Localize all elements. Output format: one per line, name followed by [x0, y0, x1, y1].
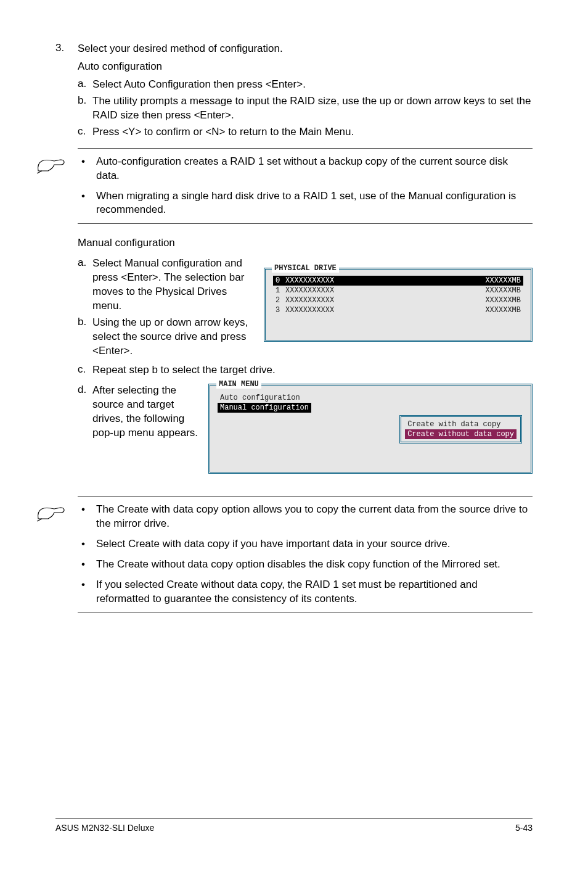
letter-c: c.: [78, 363, 92, 377]
letter-b: b.: [78, 316, 92, 358]
drive-row-2: 2 XXXXXXXXXXX XXXXXXMB: [273, 295, 523, 305]
hand-pointer-icon: [36, 500, 67, 522]
letter-b: b.: [78, 94, 92, 123]
submenu-without-copy: Create without data copy: [405, 429, 517, 439]
footer-left: ASUS M2N32-SLI Deluxe: [55, 823, 154, 833]
auto-c-text: Press <Y> to confirm or <N> to return to…: [92, 125, 354, 139]
drive-row-1: 1 XXXXXXXXXXX XXXXXXMB: [273, 286, 523, 295]
note-box-1: • Auto-configuration creates a RAID 1 se…: [78, 148, 533, 225]
manual-item-b: b. Using the up or down arrow keys, sele…: [78, 316, 256, 358]
note2-text-4: If you selected Create without data copy…: [96, 578, 529, 606]
note2-text-2: Select Create with data copy if you have…: [96, 537, 451, 551]
bullet-dot: •: [81, 189, 96, 218]
auto-item-c: c. Press <Y> to confirm or <N> to return…: [78, 125, 533, 139]
manual-item-d: d. After selecting the source and target…: [78, 384, 201, 440]
auto-item-a: a. Select Auto Configuration then press …: [78, 78, 533, 92]
manual-c-text: Repeat step b to select the target drive…: [92, 363, 276, 377]
submenu-with-copy: Create with data copy: [405, 419, 517, 429]
bullet-dot: •: [81, 503, 96, 531]
note2-text-3: The Create without data copy option disa…: [96, 558, 500, 572]
step-number: 3.: [55, 42, 78, 74]
auto-b-text: The utility prompts a message to input t…: [92, 94, 533, 123]
manual-heading: Manual configuration: [78, 236, 533, 250]
manual-d-text: After selecting the source and target dr…: [92, 384, 201, 440]
manual-b-text: Using the up or down arrow keys, select …: [92, 316, 256, 358]
manual-item-c: c. Repeat step b to select the target dr…: [78, 363, 533, 377]
page-footer: ASUS M2N32-SLI Deluxe 5-43: [55, 819, 533, 833]
auto-item-b: b. The utility prompts a message to inpu…: [78, 94, 533, 123]
footer-right: 5-43: [515, 823, 533, 833]
note2-bullet-4: • If you selected Create without data co…: [81, 578, 529, 606]
submenu: Create with data copy Create without dat…: [399, 415, 522, 444]
letter-c: c.: [78, 125, 92, 139]
note-box-2: • The Create with data copy option allow…: [78, 496, 533, 613]
drive-row-0: 0 XXXXXXXXXXX XXXXXXMB: [273, 276, 523, 286]
bullet-dot: •: [81, 155, 96, 183]
drive-row-3: 3 XXXXXXXXXXX XXXXXXMB: [273, 305, 523, 315]
main-menu-panel: MAIN MENU Auto configuration Manual conf…: [208, 384, 533, 474]
hand-pointer-icon: [36, 152, 67, 175]
auto-config-label: Auto configuration: [78, 60, 283, 74]
manual-a-text: Select Manual configuration and press <E…: [92, 257, 256, 313]
note1-bullet-1: • Auto-configuration creates a RAID 1 se…: [81, 155, 529, 183]
note1-text-1: Auto-configuration creates a RAID 1 set …: [96, 155, 529, 183]
step-main-text: Select your desired method of configurat…: [78, 42, 283, 56]
step-3-line: 3. Select your desired method of configu…: [55, 42, 533, 74]
manual-item-a: a. Select Manual configuration and press…: [78, 257, 256, 313]
note1-bullet-2: • When migrating a single hard disk driv…: [81, 189, 529, 218]
menu-manual-config: Manual configuration: [218, 403, 311, 413]
auto-a-text: Select Auto Configuration then press <En…: [92, 78, 306, 92]
bullet-dot: •: [81, 558, 96, 572]
bullet-dot: •: [81, 578, 96, 606]
letter-d: d.: [78, 384, 92, 440]
phys-panel-title: PHYSICAL DRIVE: [272, 264, 339, 273]
physical-drive-panel: PHYSICAL DRIVE 0 XXXXXXXXXXX XXXXXXMB 1 …: [264, 268, 533, 361]
note2-bullet-1: • The Create with data copy option allow…: [81, 503, 529, 531]
letter-a: a.: [78, 257, 92, 313]
bullet-dot: •: [81, 537, 96, 551]
note2-text-1: The Create with data copy option allows …: [96, 503, 529, 531]
note2-bullet-3: • The Create without data copy option di…: [81, 558, 529, 572]
note1-text-2: When migrating a single hard disk drive …: [96, 189, 529, 218]
letter-a: a.: [78, 78, 92, 92]
note2-bullet-2: • Select Create with data copy if you ha…: [81, 537, 529, 551]
menu-auto-config: Auto configuration: [218, 393, 523, 403]
